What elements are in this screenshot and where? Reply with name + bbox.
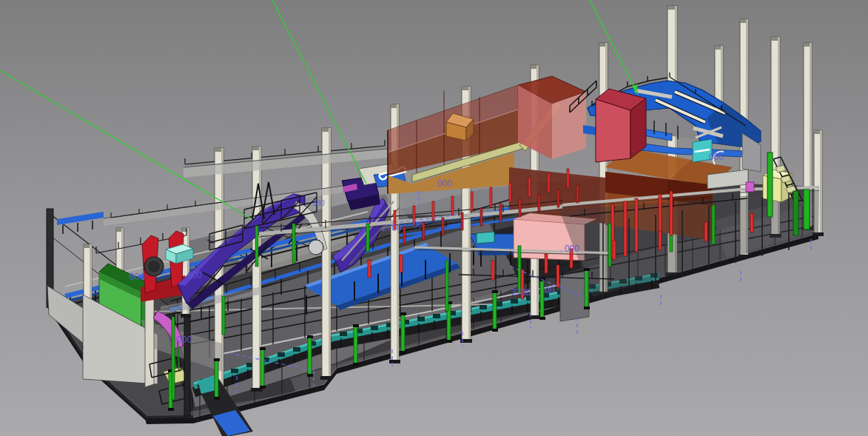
svg-text:00: 00 — [545, 285, 555, 295]
svg-text:600: 600 — [187, 270, 202, 281]
svg-text:000: 000 — [176, 334, 192, 345]
svg-text:2700: 2700 — [511, 287, 531, 298]
svg-text:2700: 2700 — [382, 223, 402, 233]
svg-text:600: 600 — [129, 271, 145, 282]
svg-text:. 000: . 000 — [559, 244, 579, 254]
svg-text:180: 180 — [312, 199, 325, 207]
svg-text:00: 00 — [413, 220, 423, 230]
svg-text:000: 000 — [709, 152, 724, 162]
svg-text:. 000: . 000 — [432, 178, 452, 189]
